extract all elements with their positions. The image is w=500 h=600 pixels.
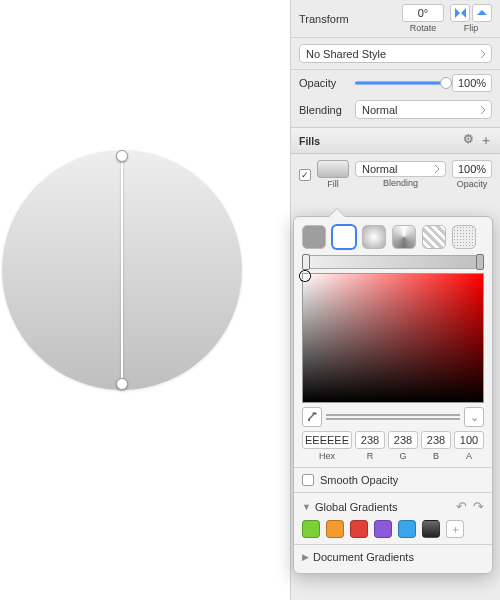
gradient-stop-start[interactable] [302,254,310,270]
selected-shape[interactable] [2,150,242,390]
eyedropper-button[interactable] [302,407,322,427]
blending-value: Normal [362,104,397,116]
blending-label: Blending [299,104,349,116]
swatch-green[interactable] [302,520,320,538]
transform-label: Transform [299,13,349,25]
swatch-blue[interactable] [398,520,416,538]
b-input[interactable]: 238 [421,431,451,449]
fill-enabled-checkbox[interactable]: ✓ [299,169,311,181]
g-input[interactable]: 238 [388,431,418,449]
a-label: A [466,451,472,461]
flip-horizontal-button[interactable] [450,4,470,22]
fill-type-linear[interactable] [332,225,356,249]
fill-type-noise[interactable] [452,225,476,249]
add-swatch-button[interactable]: ＋ [446,520,464,538]
hue-slider[interactable] [326,414,460,416]
swatch-purple[interactable] [374,520,392,538]
gear-icon[interactable]: ⚙ [463,132,474,149]
fill-sublabel: Fill [327,179,339,189]
document-gradients-label: Document Gradients [313,551,414,563]
rotate-sublabel: Rotate [410,23,437,33]
fill-opacity-sublabel: Opacity [457,179,488,189]
swatch-dark[interactable] [422,520,440,538]
r-input[interactable]: 238 [355,431,385,449]
fill-blending-select[interactable]: Normal [355,161,446,177]
fills-title: Fills [299,135,320,147]
global-gradients-label: Global Gradients [315,501,398,513]
disclosure-down-icon[interactable]: ▼ [302,502,311,512]
color-picker-popover: ⌄ EEEEEE Hex 238 R 238 G 238 B 100 A Smo… [293,216,493,574]
disclosure-right-icon[interactable]: ▶ [302,552,309,562]
add-fill-icon[interactable]: ＋ [480,132,492,149]
opacity-input[interactable]: 100% [452,74,492,92]
g-label: G [400,451,407,461]
swatch-red[interactable] [350,520,368,538]
a-input[interactable]: 100 [454,431,484,449]
smooth-opacity-label: Smooth Opacity [320,474,398,486]
fill-type-solid[interactable] [302,225,326,249]
global-gradient-swatches: ＋ [302,520,484,538]
rotate-input[interactable]: 0° [402,4,444,22]
opacity-label: Opacity [299,77,349,89]
gradient-start-handle[interactable] [116,150,128,162]
b-label: B [433,451,439,461]
shared-style-value: No Shared Style [306,48,386,60]
gradient-axis[interactable] [121,156,123,384]
r-label: R [367,451,374,461]
alpha-slider[interactable] [326,418,460,420]
hex-input[interactable]: EEEEEE [302,431,352,449]
gradient-stop-end[interactable] [476,254,484,270]
gradient-strip[interactable] [302,255,484,269]
undo-icon[interactable]: ↶ [456,499,467,514]
flip-vertical-button[interactable] [472,4,492,22]
fill-type-pattern[interactable] [422,225,446,249]
shared-style-select[interactable]: No Shared Style [299,44,492,63]
opacity-slider[interactable] [355,76,446,90]
fills-header: Fills ⚙ ＋ [291,127,500,154]
redo-icon[interactable]: ↷ [473,499,484,514]
fill-opacity-input[interactable]: 100% [452,160,492,178]
gradient-end-handle[interactable] [116,378,128,390]
flip-horizontal-icon-mirror [461,8,466,18]
hex-label: Hex [319,451,335,461]
flip-sublabel: Flip [464,23,479,33]
fill-blending-sublabel: Blending [383,178,418,188]
eyedropper-icon [306,411,318,423]
fill-type-angular[interactable] [392,225,416,249]
flip-vertical-icon [477,10,487,15]
flip-horizontal-icon [455,8,460,18]
fill-type-tabs [302,225,484,249]
chevron-down-icon: ⌄ [470,411,479,424]
fill-color-well[interactable] [317,160,349,178]
canvas[interactable] [0,0,290,600]
fill-blending-value: Normal [362,163,397,175]
smooth-opacity-checkbox[interactable] [302,474,314,486]
sv-cursor[interactable] [300,271,310,281]
fill-type-radial[interactable] [362,225,386,249]
swatch-orange[interactable] [326,520,344,538]
blending-select[interactable]: Normal [355,100,492,119]
saturation-value-field[interactable] [302,273,484,403]
expand-button[interactable]: ⌄ [464,407,484,427]
